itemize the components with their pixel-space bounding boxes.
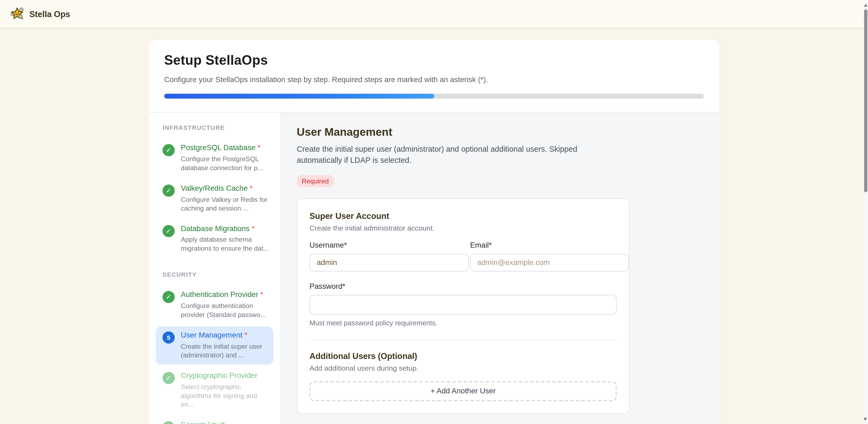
section-label-infrastructure: INFRASTRUCTURE <box>162 124 267 131</box>
page-scrollbar[interactable] <box>863 0 868 424</box>
step-description: Configure authentication provider (Stand… <box>181 302 269 320</box>
username-field-group: Username* <box>309 241 468 271</box>
sidebar-step-authentication-provider[interactable]: ✓Authentication Provider *Configure auth… <box>156 286 274 324</box>
super-user-card: Super User Account Create the initial ad… <box>297 198 629 414</box>
add-user-button[interactable]: + Add Another User <box>309 381 617 401</box>
step-description: Apply database schema migrations to ensu… <box>181 236 269 253</box>
additional-users-title: Additional Users (Optional) <box>309 351 617 361</box>
step-text: Secrets VaultConfigure a secrets vault f… <box>181 421 269 424</box>
wizard-body: INFRASTRUCTURE✓PostgreSQL Database *Conf… <box>149 112 719 424</box>
step-description: Select cryptographic algorithms for sign… <box>181 383 269 410</box>
page-subtitle: Configure your StellaOps installation st… <box>164 75 704 84</box>
super-user-card-subtitle: Create the initial administrator account… <box>309 224 617 232</box>
sidebar-step-user-management[interactable]: 5User Management *Create the initial sup… <box>156 326 274 365</box>
required-asterisk: * <box>255 143 260 152</box>
brand-name: Stella Ops <box>29 9 70 19</box>
step-title: Valkey/Redis Cache * <box>181 184 269 193</box>
check-circle-icon: ✓ <box>162 291 175 303</box>
step-title: PostgreSQL Database * <box>181 143 269 153</box>
steps-sidebar: INFRASTRUCTURE✓PostgreSQL Database *Conf… <box>149 112 281 424</box>
check-circle-icon: ✓ <box>162 185 175 197</box>
scroll-down-arrow[interactable] <box>864 418 867 421</box>
sidebar-step-postgresql-database[interactable]: ✓PostgreSQL Database *Configure the Post… <box>156 139 274 177</box>
step-text: PostgreSQL Database *Configure the Postg… <box>181 143 269 173</box>
sidebar-step-cryptographic-provider[interactable]: ✓Cryptographic ProviderSelect cryptograp… <box>156 367 274 414</box>
step-text: User Management *Create the initial supe… <box>181 331 269 360</box>
required-asterisk: * <box>249 224 254 232</box>
check-circle-icon: ✓ <box>162 372 175 384</box>
step-title: Cryptographic Provider <box>181 371 269 381</box>
card-divider <box>309 339 617 340</box>
top-bar: Stella Ops <box>0 0 868 28</box>
progress-bar <box>164 94 704 99</box>
scroll-up-arrow[interactable] <box>864 4 867 6</box>
setup-wizard-panel: Setup StellaOps Configure your StellaOps… <box>149 40 719 424</box>
email-input[interactable] <box>470 254 629 271</box>
step-number-badge: 5 <box>162 331 175 344</box>
step-description: Configure Valkey or Redis for caching an… <box>181 195 269 213</box>
password-label: Password* <box>309 282 617 290</box>
section-label-security: SECURITY <box>162 271 267 278</box>
wizard-header: Setup StellaOps Configure your StellaOps… <box>149 40 719 112</box>
step-text: Authentication Provider *Configure authe… <box>181 290 269 320</box>
required-badge: Required <box>297 175 334 187</box>
step-title: Authentication Provider * <box>181 290 269 300</box>
page-background: Setup StellaOps Configure your StellaOps… <box>0 28 868 424</box>
sidebar-step-secrets-vault[interactable]: ✓Secrets VaultConfigure a secrets vault … <box>156 416 274 424</box>
email-label: Email* <box>470 241 629 249</box>
additional-users-subtitle: Add additional users during setup. <box>309 364 617 372</box>
sidebar-step-database-migrations[interactable]: ✓Database Migrations *Apply database sch… <box>156 220 274 258</box>
step-title: Database Migrations * <box>181 224 269 233</box>
email-field-group: Email* <box>470 241 629 271</box>
username-label: Username* <box>309 241 468 249</box>
step-content: User Management Create the initial super… <box>281 112 719 424</box>
step-title: User Management * <box>181 331 269 340</box>
page-title: Setup StellaOps <box>164 53 704 68</box>
super-user-card-title: Super User Account <box>309 211 617 221</box>
required-asterisk: * <box>248 184 252 192</box>
password-input[interactable] <box>309 295 617 315</box>
username-input[interactable] <box>309 254 468 271</box>
required-asterisk: * <box>242 331 247 339</box>
app-logo-icon <box>10 7 24 21</box>
step-description: Create the initial super user (administr… <box>297 144 599 166</box>
step-title: User Management <box>297 126 719 138</box>
username-email-row: Username* Email* <box>309 241 629 271</box>
step-text: Cryptographic ProviderSelect cryptograph… <box>181 371 269 410</box>
sidebar-step-valkey-redis-cache[interactable]: ✓Valkey/Redis Cache *Configure Valkey or… <box>156 180 274 218</box>
check-circle-icon: ✓ <box>162 144 175 156</box>
required-asterisk: * <box>258 290 263 299</box>
app-window: Stella Ops Setup StellaOps Configure you… <box>0 0 868 424</box>
scrollbar-thumb[interactable] <box>864 9 867 192</box>
step-text: Database Migrations *Apply database sche… <box>181 224 269 253</box>
progress-fill <box>164 94 434 99</box>
step-text: Valkey/Redis Cache *Configure Valkey or … <box>181 184 269 213</box>
check-circle-icon: ✓ <box>162 225 175 237</box>
step-description: Configure the PostgreSQL database connec… <box>181 155 269 172</box>
check-circle-icon: ✓ <box>162 421 175 424</box>
step-title: Secrets Vault <box>181 421 269 424</box>
step-description: Create the initial super user (administr… <box>181 343 269 360</box>
password-hint: Must meet password policy requirements. <box>309 319 617 327</box>
